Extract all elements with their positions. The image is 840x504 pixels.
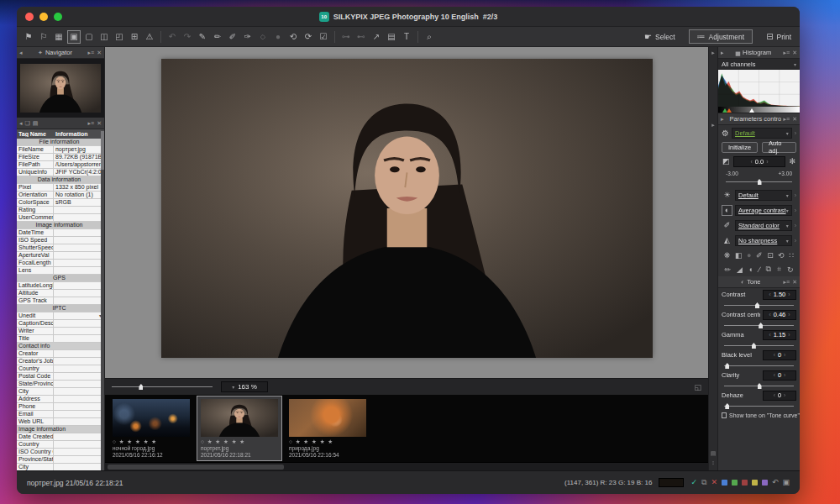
main-photo[interactable] xyxy=(161,59,653,358)
blur-tool-icon[interactable]: ● xyxy=(271,30,285,44)
copy-settings-icon[interactable]: ⧉ xyxy=(701,479,706,486)
metadata-row[interactable]: DateTime xyxy=(17,229,102,237)
metadata-value-cell[interactable]: ▾ xyxy=(54,312,102,319)
clarity-value-box[interactable]: ‹0› xyxy=(763,370,796,381)
unprotect-key-icon[interactable]: ⊷ xyxy=(354,30,368,44)
minimize-window-button[interactable] xyxy=(39,13,48,21)
mark-green-icon[interactable] xyxy=(732,480,738,486)
adjustment-mode-button[interactable]: ≔ Adjustment xyxy=(689,29,753,44)
metadata-row[interactable]: Altitude xyxy=(17,290,102,297)
exposure-slider[interactable] xyxy=(726,181,792,182)
panel-menu-icon[interactable]: ▸≡ xyxy=(784,279,790,286)
stepper-left-icon[interactable]: ‹ xyxy=(774,392,775,398)
stepper-right-icon[interactable]: › xyxy=(788,291,790,297)
sun-icon[interactable]: ☀ xyxy=(722,190,732,201)
auto-adjust-button[interactable]: Auto adj. xyxy=(762,142,796,153)
metadata-row[interactable]: FileNameпортрет.jpg xyxy=(17,146,102,154)
close-icon[interactable]: ✕ xyxy=(792,116,797,123)
dehaze-slider-thumb[interactable] xyxy=(725,403,729,409)
metadata-row[interactable]: FocalLength xyxy=(17,260,102,267)
white-balance-select[interactable]: Default▾ xyxy=(735,190,792,201)
checkmark-box-icon[interactable]: ☑ xyxy=(317,30,330,44)
chevron-right-icon[interactable]: › xyxy=(795,223,796,228)
metadata-row[interactable]: Unedit▾ xyxy=(17,312,102,320)
auto-adjust-pen-icon[interactable]: ✎ xyxy=(196,30,209,44)
gradation-tool-icon[interactable]: ◢ xyxy=(737,265,743,274)
close-window-button[interactable] xyxy=(25,13,34,21)
metadata-row[interactable]: Lens xyxy=(17,267,102,275)
sharpness-icon[interactable]: ◭ xyxy=(722,235,732,246)
black-level-slider[interactable] xyxy=(724,365,794,366)
panel-menu-icon[interactable]: ▸≡ xyxy=(88,50,95,56)
stepper-right-icon[interactable]: › xyxy=(784,352,785,358)
filmstrip-scrollbar-handle[interactable] xyxy=(108,465,284,470)
metadata-row[interactable]: Country xyxy=(17,365,102,373)
lens-tool-icon[interactable]: ◖ xyxy=(748,265,753,274)
sharpness-select[interactable]: No sharpness▾ xyxy=(735,235,792,246)
rotate-left-icon[interactable]: ⟲ xyxy=(286,30,300,44)
metadata-row[interactable]: ApertureVal xyxy=(17,252,102,260)
contrast-center-value-box[interactable]: ‹0.46› xyxy=(763,310,796,320)
rotate-right-icon[interactable]: ⟳ xyxy=(302,30,315,44)
panel-collapse-icon[interactable]: ◂ xyxy=(19,50,23,56)
title-bar[interactable]: 10 SILKYPIX JPEG Photography 10 English … xyxy=(17,7,800,27)
mark-red-icon[interactable] xyxy=(742,480,748,486)
exposure-bias-icon[interactable]: ◩ xyxy=(722,157,730,165)
stepper-left-icon[interactable]: ‹ xyxy=(769,332,771,338)
metadata-value-cell[interactable]: sRGB xyxy=(54,199,102,206)
close-icon[interactable]: ✕ xyxy=(97,50,102,56)
label-icon[interactable]: ▤ xyxy=(385,30,398,44)
black-level-slider-thumb[interactable] xyxy=(725,363,729,369)
mark-purple-icon[interactable] xyxy=(762,480,768,486)
compare-view-icon[interactable]: ◫ xyxy=(97,30,111,44)
metadata-row[interactable]: Creator xyxy=(17,350,102,358)
metadata-row[interactable]: UniqueInfoJFIF YCbCr(4:2:0)Pro xyxy=(17,169,102,176)
gamma-value-box[interactable]: ‹1.15› xyxy=(763,330,796,340)
panel-expand-icon[interactable]: ▸ xyxy=(711,49,715,57)
contrast-value-box[interactable]: ‹1.50› xyxy=(763,290,796,300)
metadata-scrollbar[interactable] xyxy=(101,129,104,470)
undo-icon[interactable]: ↶ xyxy=(165,30,179,44)
metadata-row[interactable]: FileSize89.72KB (91871Byt xyxy=(17,154,102,161)
export-icon[interactable]: ↗ xyxy=(370,30,383,44)
preview-view-icon[interactable]: ▣ xyxy=(67,30,81,44)
stepper-left-icon[interactable]: ‹ xyxy=(774,372,775,378)
metadata-row[interactable]: State/Province xyxy=(17,381,102,388)
filmstrip-scrollbar[interactable] xyxy=(105,462,708,470)
metadata-scrollbar-handle[interactable] xyxy=(101,131,104,170)
filmstrip-item[interactable]: ○ ★ ★ ★ ★ ★природа.jpg2021/05/16 22:16:5… xyxy=(286,396,370,460)
contrast-icon[interactable]: ◐ xyxy=(722,205,732,216)
dehaze-value-box[interactable]: ‹0› xyxy=(763,391,796,401)
fine-color-tool-icon[interactable]: ❋ xyxy=(724,251,731,260)
panel-menu-icon[interactable]: ▸≡ xyxy=(784,116,790,123)
metadata-row[interactable]: LatitudeLongit xyxy=(17,282,102,290)
metadata-row[interactable]: Pixel1332 x 850 pixel xyxy=(17,184,102,192)
lasso-tool-icon[interactable]: ◌ xyxy=(256,30,270,44)
chevron-right-icon[interactable]: › xyxy=(795,130,796,136)
dehaze-slider[interactable] xyxy=(724,406,794,407)
chevron-right-icon[interactable]: › xyxy=(795,238,796,244)
metadata-row[interactable]: Writer xyxy=(17,328,102,335)
metadata-row[interactable]: Caption/Descr xyxy=(17,320,102,328)
panel-menu-icon[interactable]: ▸≡ xyxy=(88,120,95,127)
face-search-icon[interactable]: ⌕ xyxy=(423,30,436,44)
chevron-right-icon[interactable]: › xyxy=(795,207,796,213)
apply-check-icon[interactable]: ✓ xyxy=(690,479,697,486)
layers-tool-icon[interactable]: ⧉ xyxy=(766,265,771,274)
single-view-icon[interactable]: ▢ xyxy=(82,30,96,44)
select-mode-button[interactable]: ☛ Select xyxy=(644,32,675,41)
redo-icon[interactable]: ↷ xyxy=(181,30,194,44)
rating-stars[interactable]: ○ ★ ★ ★ ★ ★ xyxy=(289,438,366,445)
zoom-value-box[interactable]: ▾ 163 % xyxy=(221,381,268,392)
contrast-slider-thumb[interactable] xyxy=(755,302,759,308)
stepper-right-icon[interactable]: › xyxy=(784,392,785,398)
zoom-slider[interactable] xyxy=(112,386,213,387)
metadata-row[interactable]: OrientationNo rotation (1) xyxy=(17,192,102,199)
metadata-value-cell[interactable]: No rotation (1) xyxy=(54,192,102,198)
select-flag-icon[interactable]: ⚐ xyxy=(37,30,50,44)
tone-pen-icon[interactable]: ✐ xyxy=(226,30,239,44)
metadata-value-cell[interactable]: 1332 x 850 pixel xyxy=(54,184,102,191)
metadata-row[interactable]: ColorSpacesRGB xyxy=(17,199,102,207)
zoom-slider-thumb[interactable] xyxy=(139,384,143,390)
frame-tool-icon[interactable]: ⊡ xyxy=(767,251,774,260)
